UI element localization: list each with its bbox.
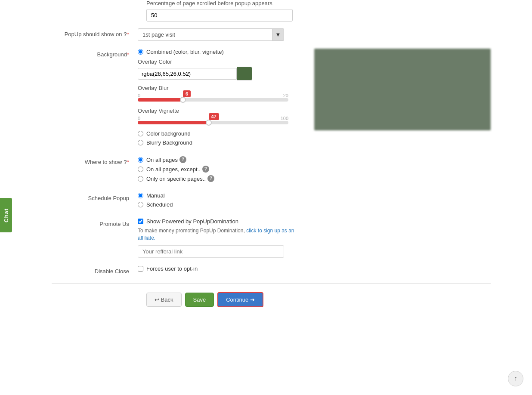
background-preview	[314, 49, 491, 130]
blur-fill	[138, 98, 183, 102]
schedule-radio-manual[interactable]	[138, 193, 143, 198]
where-show-except-label: On all pages, except..	[146, 166, 201, 173]
vignette-thumb[interactable]	[206, 120, 212, 126]
page-scroll-input[interactable]: 50	[146, 9, 293, 22]
blur-thumb[interactable]	[180, 97, 186, 103]
popup-show-help[interactable]: ?	[124, 31, 127, 37]
bottom-buttons: ↩ Back Save Continue ➜	[52, 292, 491, 307]
where-show-specific-help-icon[interactable]: ?	[207, 175, 214, 182]
where-show-specific-label: Only on specific pages..	[146, 176, 206, 182]
schedule-manual-label: Manual	[146, 192, 165, 199]
where-show-radio-except[interactable]	[138, 167, 143, 172]
blur-max: 20	[283, 93, 288, 98]
background-blurry-label: Blurry Background	[146, 139, 192, 146]
blur-min: 0	[138, 93, 140, 98]
promote-us-description: To make money promoting PopUp Domination…	[138, 227, 301, 242]
chat-tab-label: Chat	[3, 208, 9, 222]
disable-close-checkbox[interactable]	[138, 266, 143, 272]
disable-close-checkbox-label: Forces user to opt-in	[146, 265, 198, 272]
overlay-blur-label: Overlay Blur	[138, 85, 288, 91]
popup-show-select-wrapper: 1st page visit 2nd page visit 3rd page v…	[138, 28, 284, 41]
bottom-divider	[52, 283, 491, 284]
page-scroll-label: Percentage of page scrolled before popup…	[146, 0, 491, 6]
overlay-vignette-track	[138, 121, 288, 124]
scroll-to-top-button[interactable]: ↑	[508, 371, 523, 386]
overlay-color-label: Overlay Color	[138, 59, 288, 65]
blur-value-bubble: 6	[183, 90, 191, 97]
promote-us-checkbox-label: Show Powered by PopUpDomination	[146, 218, 238, 225]
overlay-blur-track	[138, 98, 288, 102]
where-show-all-help-icon[interactable]: ?	[179, 156, 186, 163]
popup-show-label: PopUp should show on ?*	[52, 28, 138, 37]
where-to-show-label: Where to show ?*	[52, 156, 138, 165]
schedule-radio-scheduled[interactable]	[138, 202, 143, 207]
save-button[interactable]: Save	[185, 293, 214, 307]
background-radio-blurry[interactable]	[138, 140, 143, 145]
background-label: Background*	[52, 49, 138, 58]
background-combined-label: Combined (color, blur, vignette)	[146, 49, 224, 55]
chat-tab[interactable]: Chat	[0, 198, 12, 232]
where-show-all-label: On all pages	[146, 157, 178, 163]
where-show-except-help-icon[interactable]: ?	[202, 166, 209, 173]
promote-us-checkbox[interactable]	[138, 219, 143, 224]
popup-show-select[interactable]: 1st page visit 2nd page visit 3rd page v…	[138, 28, 284, 41]
overlay-color-input[interactable]: rgba(28,65,26,0.52)	[138, 68, 237, 80]
schedule-popup-label: Schedule Popup	[52, 192, 138, 201]
vignette-min: 0	[138, 116, 140, 121]
where-show-radio-all[interactable]	[138, 157, 143, 163]
color-swatch[interactable]	[237, 67, 252, 80]
promote-us-label: Promote Us	[52, 218, 138, 227]
vignette-max: 100	[281, 116, 288, 121]
background-radio-combined[interactable]	[138, 49, 143, 55]
schedule-scheduled-label: Scheduled	[146, 201, 173, 208]
continue-button[interactable]: Continue ➜	[217, 292, 263, 307]
where-show-radio-specific[interactable]	[138, 176, 143, 182]
background-radio-color[interactable]	[138, 131, 143, 136]
where-to-show-help[interactable]: ?	[124, 159, 127, 165]
disable-close-label: Disable Close	[52, 265, 138, 275]
back-button[interactable]: ↩ Back	[146, 293, 182, 307]
vignette-fill	[138, 121, 209, 124]
referral-input[interactable]	[138, 245, 284, 258]
vignette-value-bubble: 47	[209, 113, 219, 120]
background-color-label: Color background	[146, 130, 191, 137]
